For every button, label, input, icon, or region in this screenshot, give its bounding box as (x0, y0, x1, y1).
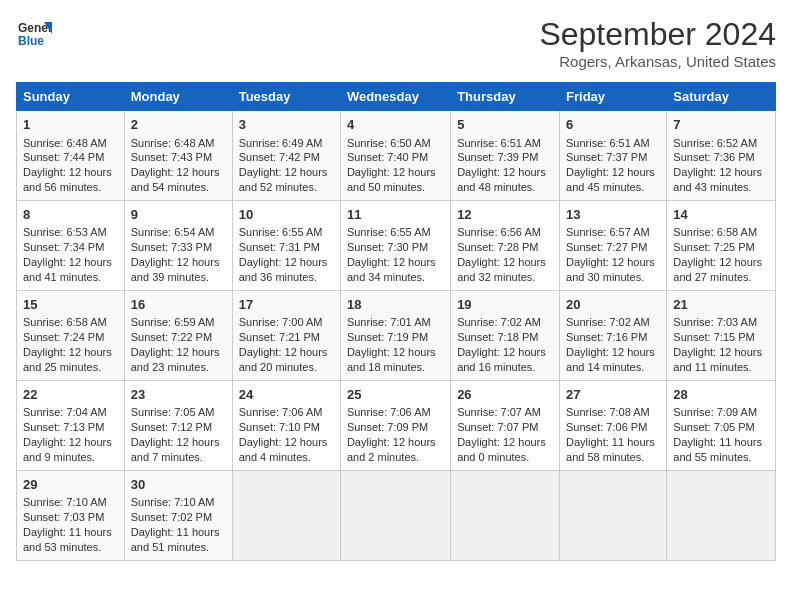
day-info-line: Sunset: 7:16 PM (566, 330, 660, 345)
day-cell: 9Sunrise: 6:54 AMSunset: 7:33 PMDaylight… (124, 200, 232, 290)
header-wednesday: Wednesday (340, 83, 450, 111)
day-info-line: Sunset: 7:40 PM (347, 150, 444, 165)
day-number: 12 (457, 206, 553, 224)
calendar-table: SundayMondayTuesdayWednesdayThursdayFrid… (16, 82, 776, 561)
day-number: 13 (566, 206, 660, 224)
calendar-header-row: SundayMondayTuesdayWednesdayThursdayFrid… (17, 83, 776, 111)
day-info-line: and 48 minutes. (457, 180, 553, 195)
header-monday: Monday (124, 83, 232, 111)
day-info-line: Daylight: 12 hours (457, 165, 553, 180)
day-info-line: Sunrise: 7:10 AM (23, 495, 118, 510)
day-number: 25 (347, 386, 444, 404)
day-number: 16 (131, 296, 226, 314)
day-info-line: and 56 minutes. (23, 180, 118, 195)
title-section: September 2024 Rogers, Arkansas, United … (539, 16, 776, 70)
day-cell: 22Sunrise: 7:04 AMSunset: 7:13 PMDayligh… (17, 380, 125, 470)
day-number: 21 (673, 296, 769, 314)
week-row-1: 8Sunrise: 6:53 AMSunset: 7:34 PMDaylight… (17, 200, 776, 290)
day-number: 14 (673, 206, 769, 224)
day-number: 29 (23, 476, 118, 494)
day-cell (451, 470, 560, 560)
day-info-line: Sunset: 7:15 PM (673, 330, 769, 345)
day-info-line: Sunset: 7:10 PM (239, 420, 334, 435)
day-info-line: Sunrise: 7:08 AM (566, 405, 660, 420)
day-info-line: Sunrise: 7:05 AM (131, 405, 226, 420)
day-info-line: Daylight: 11 hours (23, 525, 118, 540)
day-info-line: Sunrise: 6:54 AM (131, 225, 226, 240)
day-info-line: and 23 minutes. (131, 360, 226, 375)
day-cell: 3Sunrise: 6:49 AMSunset: 7:42 PMDaylight… (232, 111, 340, 201)
day-info-line: Sunset: 7:02 PM (131, 510, 226, 525)
day-info-line: Sunset: 7:18 PM (457, 330, 553, 345)
day-info-line: Daylight: 12 hours (23, 255, 118, 270)
day-info-line: Daylight: 12 hours (23, 435, 118, 450)
week-row-4: 29Sunrise: 7:10 AMSunset: 7:03 PMDayligh… (17, 470, 776, 560)
day-info-line: and 20 minutes. (239, 360, 334, 375)
day-number: 2 (131, 116, 226, 134)
day-info-line: and 25 minutes. (23, 360, 118, 375)
day-info-line: Daylight: 12 hours (239, 435, 334, 450)
day-info-line: Sunset: 7:44 PM (23, 150, 118, 165)
logo: General Blue (16, 16, 52, 52)
day-info-line: Sunrise: 7:00 AM (239, 315, 334, 330)
day-info-line: Daylight: 12 hours (673, 255, 769, 270)
day-info-line: and 34 minutes. (347, 270, 444, 285)
day-info-line: Sunset: 7:12 PM (131, 420, 226, 435)
day-info-line: Sunset: 7:31 PM (239, 240, 334, 255)
day-info-line: and 41 minutes. (23, 270, 118, 285)
day-info-line: Sunset: 7:21 PM (239, 330, 334, 345)
day-info-line: and 50 minutes. (347, 180, 444, 195)
day-number: 22 (23, 386, 118, 404)
calendar-title: September 2024 (539, 16, 776, 53)
day-info-line: and 16 minutes. (457, 360, 553, 375)
day-number: 7 (673, 116, 769, 134)
day-info-line: Sunset: 7:24 PM (23, 330, 118, 345)
day-cell: 17Sunrise: 7:00 AMSunset: 7:21 PMDayligh… (232, 290, 340, 380)
day-cell (667, 470, 776, 560)
day-info-line: Daylight: 12 hours (131, 435, 226, 450)
week-row-2: 15Sunrise: 6:58 AMSunset: 7:24 PMDayligh… (17, 290, 776, 380)
day-cell: 16Sunrise: 6:59 AMSunset: 7:22 PMDayligh… (124, 290, 232, 380)
day-info-line: and 0 minutes. (457, 450, 553, 465)
day-info-line: Sunset: 7:19 PM (347, 330, 444, 345)
day-info-line: Daylight: 12 hours (23, 165, 118, 180)
day-info-line: Sunset: 7:39 PM (457, 150, 553, 165)
day-info-line: Sunset: 7:37 PM (566, 150, 660, 165)
day-number: 1 (23, 116, 118, 134)
day-cell: 28Sunrise: 7:09 AMSunset: 7:05 PMDayligh… (667, 380, 776, 470)
day-number: 6 (566, 116, 660, 134)
day-number: 11 (347, 206, 444, 224)
page-header: General Blue September 2024 Rogers, Arka… (16, 16, 776, 70)
day-info-line: Sunset: 7:27 PM (566, 240, 660, 255)
day-info-line: Sunrise: 6:51 AM (457, 136, 553, 151)
day-number: 4 (347, 116, 444, 134)
day-info-line: and 55 minutes. (673, 450, 769, 465)
day-info-line: Sunset: 7:03 PM (23, 510, 118, 525)
day-info-line: Daylight: 12 hours (457, 255, 553, 270)
day-cell: 19Sunrise: 7:02 AMSunset: 7:18 PMDayligh… (451, 290, 560, 380)
day-info-line: Daylight: 12 hours (347, 165, 444, 180)
day-info-line: Sunrise: 6:51 AM (566, 136, 660, 151)
day-info-line: Daylight: 11 hours (566, 435, 660, 450)
week-row-3: 22Sunrise: 7:04 AMSunset: 7:13 PMDayligh… (17, 380, 776, 470)
day-info-line: and 58 minutes. (566, 450, 660, 465)
day-info-line: Daylight: 12 hours (566, 255, 660, 270)
logo-icon: General Blue (16, 16, 52, 52)
day-info-line: Daylight: 12 hours (131, 345, 226, 360)
header-sunday: Sunday (17, 83, 125, 111)
day-cell: 12Sunrise: 6:56 AMSunset: 7:28 PMDayligh… (451, 200, 560, 290)
day-info-line: Daylight: 12 hours (457, 345, 553, 360)
day-info-line: Sunrise: 7:10 AM (131, 495, 226, 510)
day-info-line: and 4 minutes. (239, 450, 334, 465)
day-number: 9 (131, 206, 226, 224)
day-info-line: Daylight: 12 hours (23, 345, 118, 360)
day-cell: 15Sunrise: 6:58 AMSunset: 7:24 PMDayligh… (17, 290, 125, 380)
day-info-line: Sunrise: 7:06 AM (239, 405, 334, 420)
day-info-line: Sunset: 7:30 PM (347, 240, 444, 255)
day-info-line: and 43 minutes. (673, 180, 769, 195)
day-info-line: and 39 minutes. (131, 270, 226, 285)
day-info-line: Sunrise: 6:53 AM (23, 225, 118, 240)
day-cell: 30Sunrise: 7:10 AMSunset: 7:02 PMDayligh… (124, 470, 232, 560)
day-info-line: Sunset: 7:33 PM (131, 240, 226, 255)
day-info-line: Sunset: 7:06 PM (566, 420, 660, 435)
